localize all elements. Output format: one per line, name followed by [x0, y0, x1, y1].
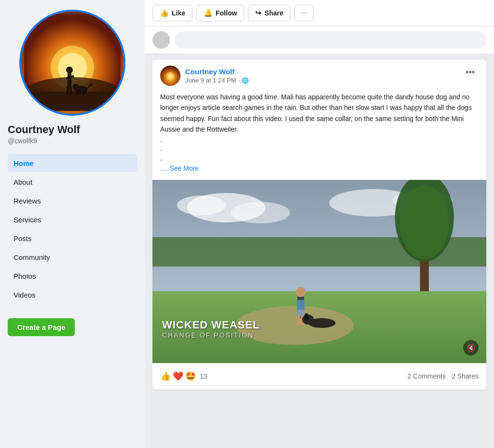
video-title: WICKED WEASEL — [162, 319, 260, 331]
comments-count[interactable]: 2 Comments — [408, 372, 446, 380]
follow-button[interactable]: 🔔 Follow — [196, 5, 244, 21]
svg-point-39 — [304, 313, 309, 321]
post-author-avatar — [160, 66, 180, 86]
profile-name: Courtney Wolf — [8, 123, 80, 136]
sidebar-nav: Home About Reviews Services Posts Commun… — [8, 154, 137, 305]
svg-point-22 — [231, 202, 290, 223]
sidebar: Courtney Wolf @cwolfk9 Home About Review… — [0, 0, 145, 448]
profile-handle: @cwolfk9 — [8, 137, 37, 145]
post-header: Courtney Wolf June 9 at 1:24 PM · 🌐 ••• — [152, 60, 486, 92]
post-card: Courtney Wolf June 9 at 1:24 PM · 🌐 ••• … — [152, 60, 486, 390]
svg-point-6 — [66, 67, 73, 73]
reactions-right: 2 Comments 2 Shares — [408, 372, 479, 380]
scroll-avatar — [152, 31, 170, 49]
svg-rect-5 — [68, 72, 71, 87]
share-icon: ↪ — [255, 9, 261, 17]
sidebar-item-photos[interactable]: Photos — [8, 267, 137, 285]
dots-1: . — [160, 135, 479, 145]
svg-rect-12 — [79, 89, 81, 95]
post-more-button[interactable]: ••• — [462, 66, 479, 80]
svg-rect-35 — [296, 315, 300, 325]
profile-pic-wrapper — [8, 10, 137, 116]
dots-3: . — [160, 154, 479, 163]
see-more-link[interactable]: .... See More — [160, 164, 199, 172]
love-reaction-emoji: ❤️ — [173, 371, 183, 381]
svg-rect-14 — [84, 88, 87, 94]
sound-toggle-button[interactable]: 🔇 — [463, 340, 479, 355]
video-overlay-text: WICKED WEASEL CHANGE OF POSITION — [162, 319, 260, 339]
sidebar-item-community[interactable]: Community — [8, 248, 137, 266]
dots-2: . — [160, 144, 479, 154]
shares-count[interactable]: 2 Shares — [452, 372, 479, 380]
svg-point-15 — [72, 84, 79, 90]
svg-rect-33 — [297, 300, 304, 311]
privacy-icon: 🌐 — [242, 77, 249, 84]
sidebar-item-videos[interactable]: Videos — [8, 286, 137, 304]
scroll-hint-bar — [145, 27, 494, 54]
sidebar-item-services[interactable]: Services — [8, 211, 137, 229]
svg-point-21 — [177, 195, 226, 215]
profile-picture — [19, 10, 125, 116]
scroll-input-bar — [175, 31, 486, 49]
more-button[interactable]: ··· — [294, 5, 313, 21]
reaction-count: 13 — [200, 372, 207, 380]
sidebar-item-posts[interactable]: Posts — [8, 230, 137, 247]
post-body: Most everyone was having a good time. Ma… — [152, 92, 486, 180]
reactions-left: 👍 ❤️ 🤩 13 — [160, 371, 207, 381]
post-author-info: Courtney Wolf June 9 at 1:24 PM · 🌐 — [185, 68, 249, 84]
sidebar-item-home[interactable]: Home — [8, 154, 137, 172]
main-content: 👍 Like 🔔 Follow ↪ Share ··· — [145, 0, 494, 448]
post-reactions: 👍 ❤️ 🤩 13 2 Comments 2 Shares — [160, 367, 479, 386]
video-thumbnail[interactable]: WICKED WEASEL CHANGE OF POSITION 🔇 — [152, 180, 486, 363]
sidebar-item-about[interactable]: About — [8, 173, 137, 191]
follow-icon: 🔔 — [204, 9, 213, 17]
post-header-left: Courtney Wolf June 9 at 1:24 PM · 🌐 — [160, 66, 249, 86]
action-bar: 👍 Like 🔔 Follow ↪ Share ··· — [145, 0, 494, 27]
sidebar-item-reviews[interactable]: Reviews — [8, 192, 137, 210]
haha-reaction-emoji: 🤩 — [185, 371, 196, 381]
svg-rect-34 — [296, 310, 304, 316]
like-button[interactable]: 👍 Like — [152, 5, 192, 21]
create-page-button[interactable]: Create a Page — [8, 318, 75, 336]
svg-point-32 — [296, 287, 305, 297]
post-footer: 👍 ❤️ 🤩 13 2 Comments 2 Shares — [152, 363, 486, 390]
svg-rect-13 — [82, 89, 84, 95]
post-text: Most everyone was having a good time. Ma… — [160, 92, 479, 135]
like-icon: 👍 — [160, 9, 169, 17]
svg-point-18 — [168, 74, 173, 79]
post-meta: June 9 at 1:24 PM · 🌐 — [185, 77, 249, 84]
post-avatar-svg — [160, 66, 180, 86]
profile-silhouette-svg — [24, 14, 121, 111]
svg-rect-4 — [24, 92, 121, 111]
profile-picture-bg — [21, 12, 124, 114]
video-subtitle: CHANGE OF POSITION — [162, 331, 260, 339]
like-reaction-emoji: 👍 — [160, 371, 171, 381]
svg-point-28 — [400, 186, 449, 259]
share-button[interactable]: ↪ Share — [248, 5, 290, 21]
post-author-name[interactable]: Courtney Wolf — [185, 68, 249, 76]
